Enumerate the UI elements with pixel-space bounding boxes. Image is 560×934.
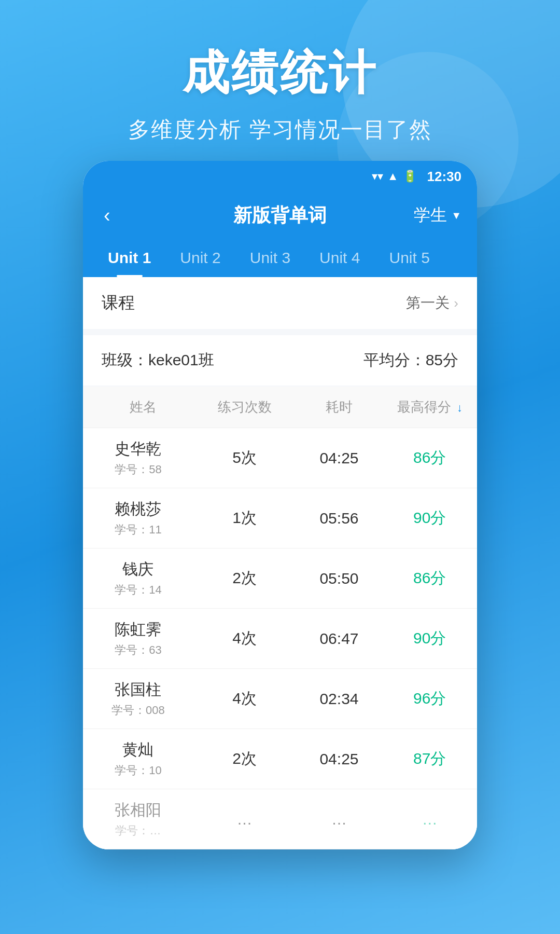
student-name-cell: 钱庆 学号：14	[83, 548, 193, 609]
content-area: 课程 第一关 › 班级：keke01班 平均分：85分 姓名 练习次数	[83, 277, 477, 849]
nav-bar: ‹ 新版背单词 学生 ▼	[83, 192, 477, 239]
tab-unit1[interactable]: Unit 1	[93, 239, 165, 277]
avg-score: 平均分：85分	[363, 350, 458, 371]
table-row: 黄灿 学号：10 2次 04:25 87分	[83, 729, 477, 789]
table-row: 张国柱 学号：008 4次 02:34 96分	[83, 669, 477, 729]
col-header-score[interactable]: 最高得分 ↓	[383, 387, 477, 428]
student-id: 学号：008	[83, 703, 193, 718]
student-time-cell: 02:34	[296, 669, 382, 729]
table-row: 赖桃莎 学号：11 1次 05:56 90分	[83, 488, 477, 548]
col-header-time: 耗时	[296, 387, 382, 428]
tab-unit2[interactable]: Unit 2	[165, 239, 235, 277]
col-header-practice: 练习次数	[193, 387, 296, 428]
student-time-cell: 04:25	[296, 729, 382, 789]
dropdown-arrow-icon: ▼	[451, 210, 461, 222]
student-id: 学号：63	[83, 642, 193, 658]
role-label: 学生	[414, 204, 447, 227]
course-row[interactable]: 课程 第一关 ›	[83, 277, 477, 329]
student-name-cell: 陈虹霁 学号：63	[83, 609, 193, 669]
student-name: 张相阳	[83, 800, 193, 821]
student-time-cell: …	[296, 789, 382, 849]
tab-unit4[interactable]: Unit 4	[305, 239, 374, 277]
page-subtitle: 多维度分析 学习情况一目了然	[0, 115, 560, 144]
student-name-cell: 黄灿 学号：10	[83, 729, 193, 789]
student-name: 张国柱	[83, 679, 193, 700]
student-time-cell: 05:56	[296, 488, 382, 548]
student-name-cell: 张相阳 学号：…	[83, 789, 193, 849]
student-table: 姓名 练习次数 耗时 最高得分 ↓ 史华乾 学号：58	[83, 387, 477, 849]
student-name: 史华乾	[83, 438, 193, 460]
student-time-cell: 06:47	[296, 609, 382, 669]
role-selector[interactable]: 学生 ▼	[414, 204, 461, 227]
student-name: 陈虹霁	[83, 619, 193, 640]
chevron-right-icon: ›	[454, 295, 458, 311]
course-right: 第一关 ›	[406, 293, 458, 313]
student-practice-cell: 2次	[193, 548, 296, 609]
status-bar: ▾▾ ▲ 🔋 12:30	[83, 161, 477, 192]
student-id: 学号：10	[83, 763, 193, 778]
battery-icon: 🔋	[403, 170, 417, 183]
student-name: 钱庆	[83, 559, 193, 580]
student-practice-cell: 2次	[193, 729, 296, 789]
table-row: 史华乾 学号：58 5次 04:25 86分	[83, 428, 477, 488]
student-name-cell: 张国柱 学号：008	[83, 669, 193, 729]
signal-icon: ▲	[387, 170, 399, 183]
course-value: 第一关	[406, 293, 450, 313]
student-practice-cell: 4次	[193, 669, 296, 729]
student-name-cell: 赖桃莎 学号：11	[83, 488, 193, 548]
student-score-cell: 87分	[383, 729, 477, 789]
student-name-cell: 史华乾 学号：58	[83, 428, 193, 488]
tab-unit5[interactable]: Unit 5	[374, 239, 444, 277]
student-name: 赖桃莎	[83, 499, 193, 520]
table-row: 张相阳 学号：… … … …	[83, 789, 477, 849]
page-title: 成绩统计	[0, 42, 560, 105]
back-button[interactable]: ‹	[99, 199, 116, 232]
tabs-bar: Unit 1 Unit 2 Unit 3 Unit 4 Unit 5	[83, 239, 477, 277]
student-practice-cell: 1次	[193, 488, 296, 548]
student-practice-cell: 5次	[193, 428, 296, 488]
student-score-cell: 86分	[383, 548, 477, 609]
student-id: 学号：11	[83, 522, 193, 538]
page-header: 成绩统计 多维度分析 学习情况一目了然	[0, 0, 560, 144]
student-id: 学号：14	[83, 582, 193, 598]
status-icons: ▾▾ ▲ 🔋	[372, 170, 417, 183]
student-score-cell: 90分	[383, 609, 477, 669]
student-name: 黄灿	[83, 739, 193, 761]
student-practice-cell: 4次	[193, 609, 296, 669]
student-score-cell: …	[383, 789, 477, 849]
class-info-row: 班级：keke01班 平均分：85分	[83, 335, 477, 386]
table-row: 陈虹霁 学号：63 4次 06:47 90分	[83, 609, 477, 669]
student-time-cell: 04:25	[296, 428, 382, 488]
sort-icon: ↓	[457, 401, 463, 414]
course-label: 课程	[102, 292, 135, 314]
class-label: 班级：keke01班	[102, 350, 214, 371]
table-row: 钱庆 学号：14 2次 05:50 86分	[83, 548, 477, 609]
student-score-cell: 86分	[383, 428, 477, 488]
student-id: 学号：58	[83, 462, 193, 477]
tab-unit3[interactable]: Unit 3	[235, 239, 305, 277]
student-score-cell: 96分	[383, 669, 477, 729]
student-score-cell: 90分	[383, 488, 477, 548]
nav-title: 新版背单词	[233, 203, 327, 228]
phone-frame: ▾▾ ▲ 🔋 12:30 ‹ 新版背单词 学生 ▼ Unit 1 Unit 2 …	[83, 161, 477, 849]
col-header-name: 姓名	[83, 387, 193, 428]
wifi-icon: ▾▾	[372, 170, 383, 183]
status-time: 12:30	[427, 169, 462, 185]
student-id: 学号：…	[83, 823, 193, 839]
student-time-cell: 05:50	[296, 548, 382, 609]
student-practice-cell: …	[193, 789, 296, 849]
